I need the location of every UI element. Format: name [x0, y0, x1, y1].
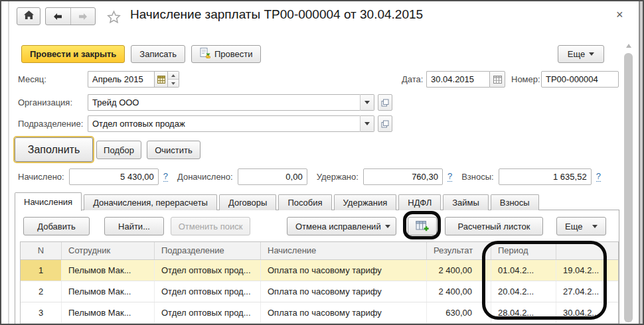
month-stepper[interactable] — [168, 71, 179, 88]
column-header-2[interactable]: Подразделение — [155, 242, 261, 259]
post-button-label: Провести — [214, 49, 253, 59]
vertical-scrollbar[interactable] — [624, 42, 633, 324]
cell-accrual[interactable]: Оплата по часовому тарифу — [261, 302, 427, 323]
cell-employee[interactable]: Пелымов Мак... — [62, 302, 155, 323]
cell-department[interactable]: Отдел оптовых прод... — [155, 260, 261, 281]
department-dropdown-button[interactable] — [360, 115, 374, 132]
grid-toolbar: Добавить Найти... Отменить поиск Отмена … — [23, 217, 606, 235]
table-row-2[interactable]: 2Пелымов Мак...Отдел оптовых прод...Опла… — [21, 281, 618, 302]
cell-period_from[interactable]: 01.04.2... — [491, 260, 556, 281]
date-picker-button[interactable] — [489, 71, 505, 88]
cancel-search-button[interactable]: Отменить поиск — [171, 217, 250, 235]
total-input[interactable]: 0,00 — [238, 168, 307, 185]
post-icon — [200, 48, 210, 60]
add-column-icon — [416, 220, 429, 232]
cell-n[interactable]: 1 — [21, 260, 62, 281]
cell-accrual[interactable]: Оплата по часовому тарифу — [261, 281, 427, 302]
close-icon[interactable]: × — [616, 9, 623, 21]
table-body: 1Пелымов Мак...Отдел оптовых прод...Опла… — [21, 260, 618, 324]
tab-0[interactable]: Начисления — [15, 192, 82, 211]
favorite-star-icon[interactable] — [106, 10, 121, 27]
column-header-5[interactable]: Период — [491, 242, 556, 259]
more-button-top[interactable]: Еще — [558, 45, 604, 63]
column-header-0[interactable]: N — [21, 242, 62, 259]
column-header-6[interactable] — [556, 242, 618, 259]
cell-period_from[interactable]: 28.04.2... — [491, 302, 556, 323]
cell-employee[interactable]: Пелымов Мак... — [62, 281, 155, 302]
undo-corrections-button[interactable]: Отмена исправлений — [287, 217, 396, 235]
total-label: Доначислено: — [177, 172, 233, 182]
more-button-grid[interactable]: Еще — [556, 217, 606, 235]
accruals-table: NСотрудникПодразделениеНачислениеРезульт… — [20, 241, 619, 324]
back-button[interactable] — [46, 8, 71, 25]
month-field-group: Апрель 2015 — [88, 71, 179, 88]
cell-department[interactable]: Отдел оптовых прод... — [155, 302, 261, 323]
cell-result[interactable]: 630,00 — [427, 302, 491, 323]
department-row: Подразделение: Отдел оптовых продаж — [1, 115, 643, 132]
help-link[interactable]: ? — [447, 172, 452, 182]
cell-department[interactable]: Отдел оптовых прод... — [155, 281, 261, 302]
column-header-1[interactable]: Сотрудник — [62, 242, 155, 259]
tab-4[interactable]: Удержания — [334, 194, 397, 210]
tab-5[interactable]: НДФЛ — [398, 194, 441, 210]
tab-3[interactable]: Пособия — [278, 194, 331, 210]
cell-result[interactable]: 2 400,00 — [427, 281, 491, 302]
month-picker-button[interactable] — [154, 71, 168, 88]
number-input[interactable]: ТР00-000004 — [541, 71, 619, 88]
add-row-button[interactable]: Добавить — [23, 217, 90, 235]
month-label: Месяц: — [18, 74, 46, 84]
accruals-panel: Добавить Найти... Отменить поиск Отмена … — [15, 210, 619, 325]
clear-button[interactable]: Очистить — [147, 141, 201, 159]
table-row-3[interactable]: 3Пелымов Мак...Отдел оптовых прод...Опла… — [21, 302, 618, 324]
window-right-edge — [639, 1, 643, 324]
home-icon — [24, 11, 34, 22]
total-input[interactable]: 760,30 — [363, 168, 443, 185]
page-title: Начисление зарплаты ТР00-000004 от 30.04… — [130, 7, 423, 22]
cell-period_to[interactable]: 30.04.2... — [556, 302, 618, 323]
organization-input[interactable]: Трейд ООО — [88, 94, 360, 111]
column-header-4[interactable]: Результат — [427, 242, 491, 259]
tab-1[interactable]: Доначисления, перерасчеты — [84, 194, 217, 210]
chevron-down-icon — [385, 225, 390, 228]
table-row-1[interactable]: 1Пелымов Мак...Отдел оптовых прод...Опла… — [21, 260, 618, 281]
cell-result[interactable]: 2 400,00 — [427, 260, 491, 281]
date-input[interactable]: 30.04.2015 — [426, 71, 489, 88]
pick-button[interactable]: Подбор — [96, 141, 141, 159]
month-grid-icon — [157, 76, 165, 84]
cell-period_from[interactable]: 20.04.2... — [491, 281, 556, 302]
chevron-down-icon — [364, 101, 370, 104]
cell-accrual[interactable]: Оплата по часовому тарифу — [261, 260, 427, 281]
find-button[interactable]: Найти... — [104, 217, 164, 235]
tab-7[interactable]: Взносы — [491, 194, 539, 210]
show-period-columns-button[interactable] — [408, 217, 437, 235]
cell-n[interactable]: 3 — [21, 302, 62, 323]
home-button[interactable] — [17, 7, 40, 25]
department-input[interactable]: Отдел оптовых продаж — [88, 115, 360, 132]
payslip-button[interactable]: Расчетный листок — [445, 217, 543, 235]
department-open-button[interactable] — [378, 115, 392, 132]
organization-row: Организация: Трейд ООО — [1, 94, 643, 111]
tab-2[interactable]: Договоры — [219, 194, 276, 210]
cell-employee[interactable]: Пелымов Мак... — [62, 260, 155, 281]
total-input[interactable]: 1 635,52 — [499, 168, 592, 185]
month-input[interactable]: Апрель 2015 — [88, 71, 154, 88]
tab-6[interactable]: Займы — [443, 194, 489, 210]
organization-dropdown-button[interactable] — [360, 94, 374, 111]
help-link[interactable]: ? — [163, 172, 168, 182]
cell-period_to[interactable]: 19.04.2... — [556, 260, 618, 281]
chevron-down-icon — [589, 52, 594, 56]
department-label: Подразделение: — [18, 119, 83, 129]
cell-period_to[interactable]: 27.04.2... — [556, 281, 618, 302]
fill-button[interactable]: Заполнить — [15, 137, 93, 162]
organization-open-button[interactable] — [378, 94, 392, 111]
column-header-3[interactable]: Начисление — [261, 242, 427, 259]
help-link[interactable]: ? — [596, 172, 601, 182]
save-button[interactable]: Записать — [131, 45, 185, 63]
scroll-up-icon[interactable] — [626, 44, 631, 48]
post-and-close-button[interactable]: Провести и закрыть — [21, 45, 125, 63]
scrollbar-thumb[interactable] — [624, 53, 633, 322]
post-button[interactable]: Провести — [191, 45, 262, 63]
forward-button[interactable] — [71, 8, 96, 25]
total-input[interactable]: 5 430,00 — [69, 168, 159, 185]
cell-n[interactable]: 2 — [21, 281, 62, 302]
